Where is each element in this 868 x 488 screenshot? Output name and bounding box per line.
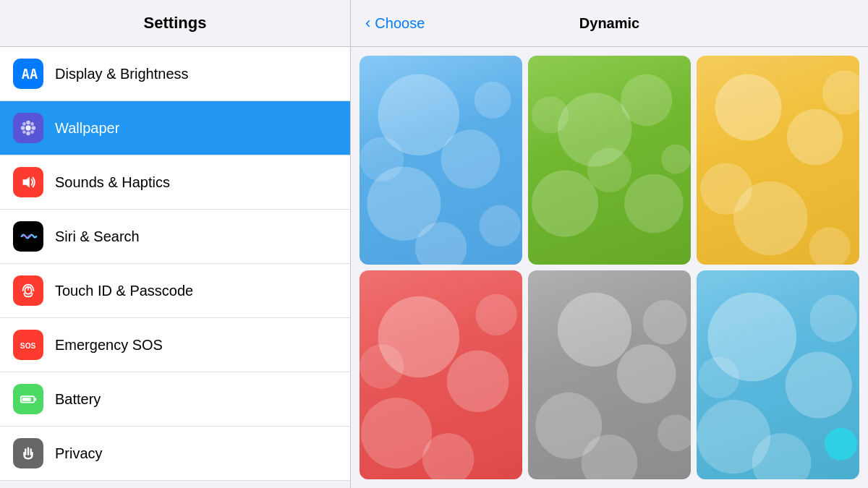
svg-point-8 <box>22 130 26 134</box>
siri-icon <box>19 227 38 246</box>
wallpaper-thumb-gray[interactable] <box>528 270 691 479</box>
bokeh-green <box>528 56 691 265</box>
svg-point-27 <box>621 74 673 127</box>
battery-icon-wrap <box>13 384 43 414</box>
svg-point-45 <box>558 293 631 367</box>
right-panel: ‹ Choose Dynamic <box>351 0 868 488</box>
sidebar-item-display[interactable]: AA Display & Brightness <box>0 47 350 101</box>
svg-point-22 <box>475 82 511 119</box>
display-icon: AA <box>19 64 38 83</box>
settings-header: Settings <box>0 0 350 47</box>
siri-label: Siri & Search <box>55 228 140 245</box>
svg-point-32 <box>661 145 691 174</box>
sidebar-item-sounds[interactable]: Sounds & Haptics <box>0 155 350 210</box>
siri-icon-wrap <box>13 221 43 252</box>
svg-point-44 <box>359 344 404 388</box>
svg-marker-10 <box>23 177 30 188</box>
wallpaper-thumb-red[interactable] <box>359 270 522 479</box>
wallpaper-thumb-yellow[interactable] <box>697 56 859 265</box>
sidebar-item-sos[interactable]: SOS Emergency SOS <box>0 318 350 372</box>
touchid-label: Touch ID & Passcode <box>55 283 193 299</box>
svg-point-29 <box>624 174 684 234</box>
wallpaper-icon-wrap <box>13 113 43 143</box>
wallpaper-thumb-green[interactable] <box>528 56 691 265</box>
sidebar-item-touchid[interactable]: Touch ID & Passcode <box>0 264 350 318</box>
wallpaper-grid <box>351 47 868 488</box>
settings-title: Settings <box>144 14 207 33</box>
svg-point-52 <box>786 351 852 418</box>
bokeh-gray <box>528 270 691 479</box>
svg-point-4 <box>21 126 25 130</box>
svg-point-30 <box>587 148 631 192</box>
sounds-label: Sounds & Haptics <box>55 174 170 191</box>
sounds-icon-wrap <box>13 167 43 197</box>
sos-icon: SOS <box>19 335 38 354</box>
touchid-icon-wrap <box>13 275 43 306</box>
privacy-icon <box>19 444 38 463</box>
svg-point-20 <box>441 129 501 189</box>
sidebar-item-siri[interactable]: Siri & Search <box>0 210 350 264</box>
svg-point-40 <box>447 350 509 412</box>
settings-sidebar: Settings AA Display & Brightness <box>0 0 351 488</box>
svg-text:AA: AA <box>22 67 38 82</box>
svg-point-37 <box>700 163 752 215</box>
bokeh-lightblue <box>697 270 859 479</box>
svg-point-54 <box>809 295 856 342</box>
svg-point-46 <box>617 344 676 403</box>
svg-point-48 <box>643 300 687 344</box>
svg-point-1 <box>25 125 30 130</box>
sounds-icon <box>19 173 38 192</box>
svg-point-36 <box>822 70 859 114</box>
settings-list: AA Display & Brightness <box>0 47 350 488</box>
svg-point-3 <box>26 132 30 136</box>
back-chevron-icon: ‹ <box>365 15 370 31</box>
svg-point-34 <box>787 109 843 166</box>
wallpaper-label: Wallpaper <box>55 120 119 137</box>
wallpaper-thumb-blue[interactable] <box>359 56 522 265</box>
svg-point-38 <box>809 227 850 265</box>
svg-point-2 <box>26 121 30 125</box>
privacy-label: Privacy <box>55 445 103 462</box>
svg-rect-17 <box>22 398 31 401</box>
privacy-icon-wrap <box>13 438 43 468</box>
bokeh-blue <box>359 56 522 265</box>
touchid-icon <box>19 281 38 300</box>
battery-icon <box>19 390 38 408</box>
svg-point-57 <box>825 428 857 461</box>
svg-point-5 <box>32 126 36 130</box>
back-button[interactable]: ‹ Choose <box>365 15 425 32</box>
sidebar-item-privacy[interactable]: Privacy <box>0 427 350 481</box>
svg-point-33 <box>715 74 782 141</box>
svg-point-6 <box>22 122 26 126</box>
back-label: Choose <box>375 15 425 32</box>
svg-point-42 <box>476 294 517 335</box>
svg-point-9 <box>30 130 34 134</box>
svg-point-31 <box>532 96 569 133</box>
battery-label: Battery <box>55 391 101 408</box>
sos-icon-wrap: SOS <box>13 330 43 360</box>
wallpaper-icon <box>19 119 38 137</box>
bokeh-red <box>359 270 522 479</box>
svg-point-7 <box>30 122 34 126</box>
svg-point-41 <box>361 398 432 468</box>
right-header: ‹ Choose Dynamic <box>351 0 868 47</box>
sidebar-item-wallpaper[interactable]: Wallpaper <box>0 101 350 155</box>
bokeh-yellow <box>697 56 859 265</box>
svg-point-28 <box>532 171 598 237</box>
right-panel-title: Dynamic <box>579 15 639 32</box>
wallpaper-thumb-lightblue[interactable] <box>697 270 859 479</box>
display-icon-wrap: AA <box>13 59 43 89</box>
svg-point-56 <box>698 357 739 398</box>
sos-label: Emergency SOS <box>55 337 163 354</box>
svg-text:SOS: SOS <box>20 342 36 350</box>
svg-rect-16 <box>34 398 36 401</box>
svg-point-24 <box>359 137 404 181</box>
svg-point-25 <box>480 205 521 247</box>
sidebar-item-battery[interactable]: Battery <box>0 372 350 427</box>
svg-point-50 <box>658 414 691 451</box>
display-label: Display & Brightness <box>55 66 189 82</box>
